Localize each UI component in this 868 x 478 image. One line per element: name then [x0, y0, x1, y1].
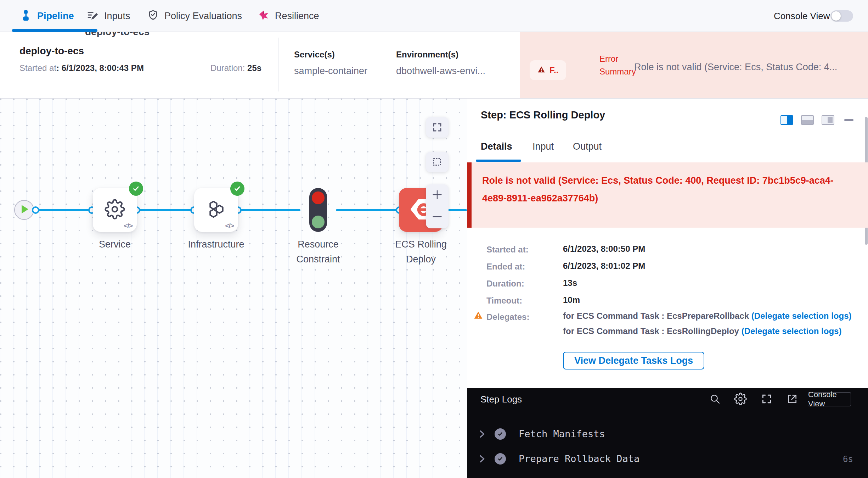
timeout-label: Timeout: — [486, 296, 522, 306]
node-label-resource-constraint: Resource Constraint — [279, 237, 357, 267]
minimize-panel-icon[interactable] — [844, 119, 853, 121]
warning-triangle-icon — [474, 311, 483, 321]
tab-details[interactable]: Details — [481, 141, 512, 152]
chevron-right-icon[interactable] — [479, 455, 485, 464]
step-logs-console: Step Logs Console View Fetch Manifests — [467, 388, 868, 478]
layout-bottom-split-icon[interactable] — [801, 115, 814, 125]
logs-console-view-button[interactable]: Console View — [808, 392, 851, 406]
error-summary-band: F.. Error Summary Role is not valid (Ser… — [520, 32, 868, 99]
delegates-list: for ECS Command Task : EcsPrepareRollbac… — [563, 310, 868, 340]
pipeline-edge — [336, 209, 400, 211]
canvas-select-button[interactable] — [426, 152, 449, 172]
code-glyph: </> — [124, 222, 133, 230]
tab-policy-evaluations-label: Policy Evaluations — [164, 11, 242, 22]
tabs-border — [467, 162, 868, 162]
fullscreen-icon[interactable] — [761, 393, 772, 406]
environments-label: Environment(s) — [396, 50, 458, 60]
tab-input[interactable]: Input — [532, 141, 554, 152]
log-section-duration: 6s — [843, 454, 853, 464]
duration-label: Duration: — [210, 63, 247, 73]
pipeline-edge — [238, 209, 300, 211]
duration-value: 25s — [247, 63, 261, 73]
services-label: Service(s) — [294, 50, 335, 60]
inputs-icon — [87, 9, 99, 23]
duration-label: Duration: — [486, 279, 524, 289]
play-icon — [22, 205, 29, 215]
node-label-infrastructure: Infrastructure — [177, 237, 255, 252]
started-at-value: : 6/1/2023, 8:00:43 PM — [56, 63, 144, 73]
code-glyph: </> — [225, 222, 234, 230]
started-at-label: Started at — [19, 63, 56, 73]
execution-header: deploy-to-ecs deploy-to-ecs Started at: … — [0, 32, 868, 99]
header-divider — [278, 38, 278, 91]
duration-value: 13s — [563, 278, 577, 288]
node-infrastructure[interactable]: </> — [194, 188, 238, 232]
pipeline-name: deploy-to-ecs — [19, 45, 84, 57]
check-circle-icon — [495, 453, 506, 465]
duration-line: Duration: 25s — [210, 63, 261, 73]
status-badge-text: F.. — [549, 65, 558, 75]
delegate-entry: for ECS Command Task : EcsPrepareRollbac… — [563, 310, 868, 322]
pipeline-edge — [33, 209, 92, 211]
search-icon[interactable] — [709, 393, 721, 406]
success-check-badge — [230, 182, 244, 196]
log-section-label: Prepare Rollback Data — [519, 453, 639, 464]
hexagons-icon — [205, 199, 227, 221]
tab-output[interactable]: Output — [573, 141, 602, 152]
pipeline-canvas[interactable]: </> Service </> Infrastructure Resource … — [0, 99, 467, 478]
tab-inputs[interactable]: Inputs — [87, 0, 130, 32]
tab-resilience[interactable]: Resilience — [258, 0, 319, 32]
delegates-label: Delegates: — [486, 312, 529, 322]
canvas-fullscreen-button[interactable] — [426, 117, 449, 138]
layout-right-panel-icon[interactable] — [822, 115, 834, 125]
step-panel-title: Step: ECS Rolling Deploy — [481, 109, 605, 121]
started-at-value: 6/1/2023, 8:00:50 PM — [563, 244, 645, 254]
success-check-badge — [129, 182, 143, 196]
external-link-icon[interactable] — [787, 393, 798, 406]
top-nav-bar: Pipeline Inputs Policy Evaluations Resil… — [0, 0, 868, 32]
chevron-right-icon[interactable] — [479, 430, 485, 439]
step-logs-header: Step Logs Console View — [467, 388, 868, 410]
check-circle-icon — [495, 428, 506, 440]
tab-inputs-label: Inputs — [104, 11, 130, 22]
node-label-service: Service — [76, 237, 154, 252]
shield-check-icon — [147, 9, 159, 23]
active-tab-underline — [12, 29, 97, 32]
tab-pipeline[interactable]: Pipeline — [20, 0, 74, 32]
delegate-entry: for ECS Command Task : EcsRollingDeploy … — [563, 325, 868, 337]
resilience-icon — [258, 9, 270, 23]
delegate-selection-logs-link[interactable]: (Delegate selection logs) — [742, 326, 842, 336]
services-value: sample-container — [294, 66, 367, 77]
console-view-toggle[interactable] — [830, 10, 853, 22]
start-node[interactable] — [14, 200, 34, 220]
timeout-value: 10m — [563, 295, 580, 305]
delegate-selection-logs-link[interactable]: (Delegate selection logs) — [751, 311, 852, 321]
step-error-message: Role is not valid (Service: Ecs, Status … — [482, 172, 847, 207]
console-view-label: Console View — [774, 0, 830, 32]
clipped-pipeline-title: deploy-to-ecs — [85, 32, 150, 38]
log-section-label: Fetch Manifests — [519, 428, 605, 439]
layout-right-drawer-icon[interactable] — [780, 115, 793, 125]
step-error-banner: Role is not valid (Service: Ecs, Status … — [467, 162, 868, 228]
failed-status-badge: F.. — [530, 60, 566, 80]
gear-icon[interactable] — [734, 393, 747, 407]
pipeline-edge — [137, 209, 194, 211]
node-service[interactable]: </> — [93, 188, 137, 232]
log-row-fetch-manifests[interactable]: Fetch Manifests — [467, 426, 868, 442]
ended-at-label: Ended at: — [486, 262, 525, 272]
delegate-task-text: for ECS Command Task : EcsRollingDeploy — [563, 326, 742, 336]
warning-triangle-icon — [537, 66, 545, 75]
started-at-line: Started at: 6/1/2023, 8:00:43 PM — [19, 63, 144, 73]
node-label-ecs-rolling-deploy: ECS Rolling Deploy — [382, 237, 460, 267]
edge-connector-dot — [32, 206, 39, 214]
tab-resilience-label: Resilience — [275, 11, 319, 22]
traffic-light-red — [312, 191, 325, 204]
tab-policy-evaluations[interactable]: Policy Evaluations — [147, 0, 242, 32]
zoom-out-button[interactable] — [431, 211, 443, 224]
canvas-zoom-controls — [426, 184, 449, 228]
pipeline-icon — [20, 9, 32, 23]
error-summary-label: Error Summary — [599, 52, 639, 78]
zoom-in-button[interactable] — [431, 189, 443, 202]
log-row-prepare-rollback-data[interactable]: Prepare Rollback Data 6s — [467, 451, 868, 467]
view-delegate-tasks-logs-button[interactable]: View Delegate Tasks Logs — [563, 352, 704, 369]
